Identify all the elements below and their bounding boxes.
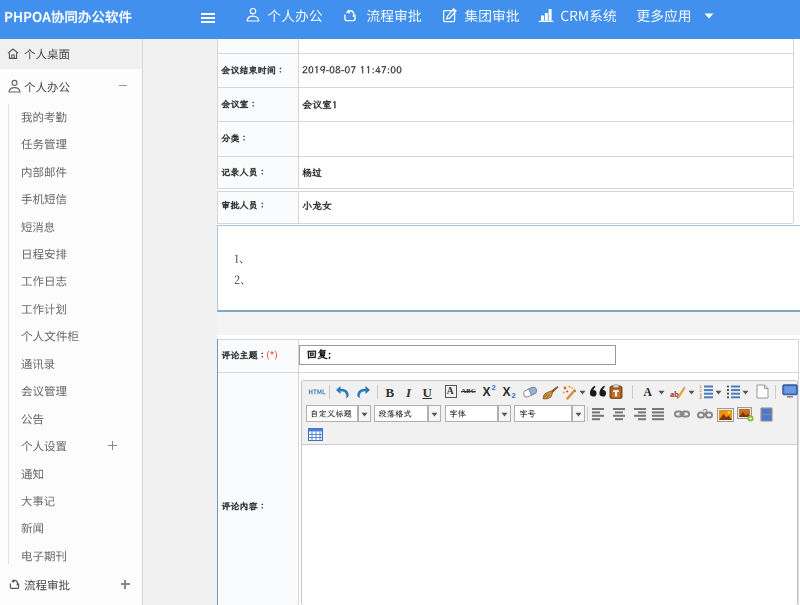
svg-text:?: ?: [702, 408, 707, 417]
svg-text:4: 4: [700, 395, 703, 399]
